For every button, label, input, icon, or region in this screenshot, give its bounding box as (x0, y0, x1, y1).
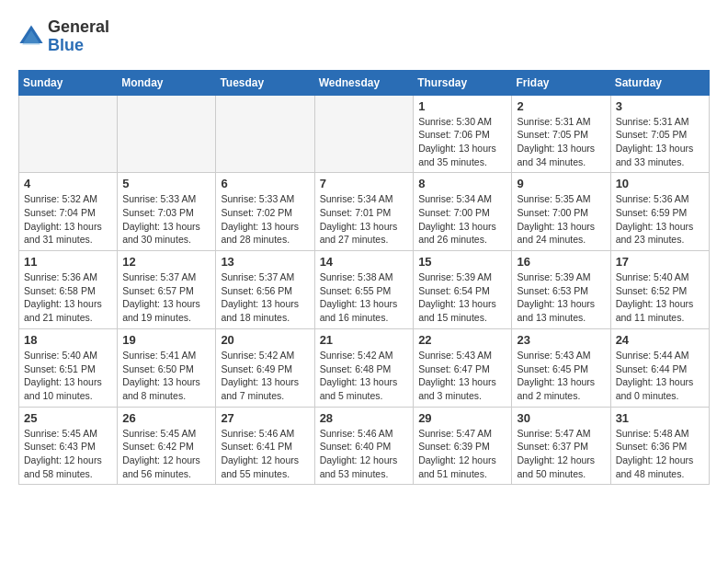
day-header-saturday: Saturday (610, 70, 709, 95)
day-detail: Sunrise: 5:32 AM Sunset: 7:04 PM Dayligh… (24, 192, 112, 247)
day-detail: Sunrise: 5:33 AM Sunset: 7:03 PM Dayligh… (122, 192, 210, 247)
calendar-cell: 2Sunrise: 5:31 AM Sunset: 7:05 PM Daylig… (512, 95, 610, 173)
day-detail: Sunrise: 5:36 AM Sunset: 6:59 PM Dayligh… (616, 192, 704, 247)
day-header-monday: Monday (118, 70, 216, 95)
calendar-cell: 7Sunrise: 5:34 AM Sunset: 7:01 PM Daylig… (314, 173, 414, 251)
calendar-cell: 19Sunrise: 5:41 AM Sunset: 6:50 PM Dayli… (118, 328, 216, 407)
day-number: 11 (24, 255, 112, 269)
day-detail: Sunrise: 5:43 AM Sunset: 6:47 PM Dayligh… (418, 349, 506, 403)
calendar-cell: 25Sunrise: 5:45 AM Sunset: 6:43 PM Dayli… (19, 407, 118, 485)
calendar-cell: 4Sunrise: 5:32 AM Sunset: 7:04 PM Daylig… (19, 173, 118, 251)
calendar-cell: 14Sunrise: 5:38 AM Sunset: 6:55 PM Dayli… (314, 251, 414, 329)
calendar-cell: 31Sunrise: 5:48 AM Sunset: 6:36 PM Dayli… (610, 407, 709, 485)
day-detail: Sunrise: 5:42 AM Sunset: 6:48 PM Dayligh… (320, 349, 409, 403)
day-detail: Sunrise: 5:48 AM Sunset: 6:36 PM Dayligh… (616, 427, 704, 481)
day-number: 22 (418, 333, 506, 347)
calendar-cell: 10Sunrise: 5:36 AM Sunset: 6:59 PM Dayli… (610, 173, 709, 251)
calendar-cell: 1Sunrise: 5:30 AM Sunset: 7:06 PM Daylig… (414, 95, 512, 173)
calendar-cell: 20Sunrise: 5:42 AM Sunset: 6:49 PM Dayli… (216, 328, 314, 407)
day-number: 15 (418, 255, 506, 269)
day-detail: Sunrise: 5:36 AM Sunset: 6:58 PM Dayligh… (24, 270, 112, 325)
day-detail: Sunrise: 5:43 AM Sunset: 6:45 PM Dayligh… (517, 349, 605, 403)
calendar-cell (216, 95, 314, 173)
day-detail: Sunrise: 5:30 AM Sunset: 7:06 PM Dayligh… (418, 115, 506, 169)
day-number: 6 (221, 177, 309, 190)
day-number: 16 (517, 255, 605, 269)
calendar-cell: 15Sunrise: 5:39 AM Sunset: 6:54 PM Dayli… (414, 251, 512, 329)
calendar-cell: 23Sunrise: 5:43 AM Sunset: 6:45 PM Dayli… (512, 328, 610, 407)
logo-text: General Blue (48, 18, 109, 55)
day-number: 17 (616, 255, 704, 269)
calendar-cell: 6Sunrise: 5:33 AM Sunset: 7:02 PM Daylig… (216, 173, 314, 251)
day-number: 1 (418, 99, 506, 113)
day-detail: Sunrise: 5:38 AM Sunset: 6:55 PM Dayligh… (320, 270, 409, 325)
day-number: 14 (320, 255, 409, 269)
calendar-cell: 21Sunrise: 5:42 AM Sunset: 6:48 PM Dayli… (314, 328, 414, 407)
day-number: 29 (418, 411, 506, 425)
day-number: 18 (24, 333, 112, 347)
day-number: 21 (320, 333, 409, 347)
day-detail: Sunrise: 5:47 AM Sunset: 6:39 PM Dayligh… (418, 427, 506, 481)
day-number: 9 (517, 177, 605, 190)
calendar-week-row: 1Sunrise: 5:30 AM Sunset: 7:06 PM Daylig… (19, 95, 710, 173)
day-detail: Sunrise: 5:39 AM Sunset: 6:54 PM Dayligh… (418, 270, 506, 325)
day-header-sunday: Sunday (19, 70, 118, 95)
calendar-week-row: 4Sunrise: 5:32 AM Sunset: 7:04 PM Daylig… (19, 173, 710, 251)
calendar-cell: 3Sunrise: 5:31 AM Sunset: 7:05 PM Daylig… (610, 95, 709, 173)
calendar-cell (118, 95, 216, 173)
calendar-cell: 12Sunrise: 5:37 AM Sunset: 6:57 PM Dayli… (118, 251, 216, 329)
calendar-cell (19, 95, 118, 173)
day-header-wednesday: Wednesday (314, 70, 414, 95)
day-detail: Sunrise: 5:37 AM Sunset: 6:56 PM Dayligh… (221, 270, 309, 325)
day-detail: Sunrise: 5:35 AM Sunset: 7:00 PM Dayligh… (517, 192, 605, 247)
calendar-header-row: SundayMondayTuesdayWednesdayThursdayFrid… (19, 70, 710, 95)
day-number: 5 (122, 177, 210, 190)
day-number: 8 (418, 177, 506, 190)
calendar-cell: 29Sunrise: 5:47 AM Sunset: 6:39 PM Dayli… (414, 407, 512, 485)
day-number: 13 (221, 255, 309, 269)
calendar-cell: 5Sunrise: 5:33 AM Sunset: 7:03 PM Daylig… (118, 173, 216, 251)
calendar-cell: 30Sunrise: 5:47 AM Sunset: 6:37 PM Dayli… (512, 407, 610, 485)
day-number: 7 (320, 177, 409, 190)
day-number: 20 (221, 333, 309, 347)
day-number: 4 (24, 177, 112, 190)
page-header: General Blue (18, 18, 710, 55)
day-detail: Sunrise: 5:40 AM Sunset: 6:51 PM Dayligh… (24, 349, 112, 403)
day-number: 23 (517, 333, 605, 347)
day-detail: Sunrise: 5:45 AM Sunset: 6:42 PM Dayligh… (122, 427, 210, 481)
calendar-cell: 26Sunrise: 5:45 AM Sunset: 6:42 PM Dayli… (118, 407, 216, 485)
calendar-cell (314, 95, 414, 173)
day-detail: Sunrise: 5:41 AM Sunset: 6:50 PM Dayligh… (122, 349, 210, 403)
day-number: 2 (517, 99, 605, 113)
calendar-week-row: 18Sunrise: 5:40 AM Sunset: 6:51 PM Dayli… (19, 328, 710, 407)
day-number: 30 (517, 411, 605, 425)
calendar-cell: 22Sunrise: 5:43 AM Sunset: 6:47 PM Dayli… (414, 328, 512, 407)
day-header-friday: Friday (512, 70, 610, 95)
day-number: 25 (24, 411, 112, 425)
day-number: 27 (221, 411, 309, 425)
calendar-cell: 27Sunrise: 5:46 AM Sunset: 6:41 PM Dayli… (216, 407, 314, 485)
calendar-cell: 24Sunrise: 5:44 AM Sunset: 6:44 PM Dayli… (610, 328, 709, 407)
day-header-tuesday: Tuesday (216, 70, 314, 95)
day-number: 12 (122, 255, 210, 269)
day-detail: Sunrise: 5:42 AM Sunset: 6:49 PM Dayligh… (221, 349, 309, 403)
calendar-cell: 18Sunrise: 5:40 AM Sunset: 6:51 PM Dayli… (19, 328, 118, 407)
calendar-cell: 13Sunrise: 5:37 AM Sunset: 6:56 PM Dayli… (216, 251, 314, 329)
day-number: 28 (320, 411, 409, 425)
calendar-cell: 9Sunrise: 5:35 AM Sunset: 7:00 PM Daylig… (512, 173, 610, 251)
day-number: 31 (616, 411, 704, 425)
calendar-cell: 16Sunrise: 5:39 AM Sunset: 6:53 PM Dayli… (512, 251, 610, 329)
calendar-table: SundayMondayTuesdayWednesdayThursdayFrid… (18, 70, 710, 486)
day-detail: Sunrise: 5:33 AM Sunset: 7:02 PM Dayligh… (221, 192, 309, 247)
logo-icon (18, 24, 44, 50)
logo: General Blue (18, 18, 109, 55)
day-detail: Sunrise: 5:44 AM Sunset: 6:44 PM Dayligh… (616, 349, 704, 403)
calendar-cell: 11Sunrise: 5:36 AM Sunset: 6:58 PM Dayli… (19, 251, 118, 329)
day-number: 3 (616, 99, 704, 113)
day-detail: Sunrise: 5:34 AM Sunset: 7:01 PM Dayligh… (320, 192, 409, 247)
day-detail: Sunrise: 5:46 AM Sunset: 6:40 PM Dayligh… (320, 427, 409, 481)
day-header-thursday: Thursday (414, 70, 512, 95)
day-detail: Sunrise: 5:46 AM Sunset: 6:41 PM Dayligh… (221, 427, 309, 481)
logo-blue: Blue (48, 36, 84, 54)
day-number: 24 (616, 333, 704, 347)
